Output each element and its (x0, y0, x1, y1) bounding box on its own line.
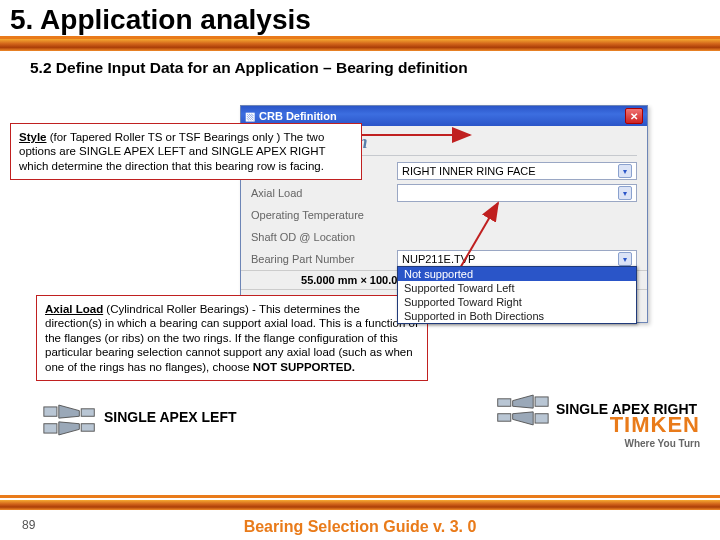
callout-emphasis: NOT SUPPORTED. (253, 361, 355, 373)
dropdown-option[interactable]: Supported in Both Directions (398, 309, 636, 323)
chevron-down-icon[interactable]: ▾ (618, 252, 632, 266)
chevron-down-icon[interactable]: ▾ (618, 186, 632, 200)
svg-rect-2 (44, 407, 57, 416)
combo-value: NUP211E.TVP (402, 253, 475, 265)
callout-term: Axial Load (45, 303, 103, 315)
callout-axial-load: Axial Load (Cylindrical Roller Bearings)… (36, 295, 428, 381)
svg-marker-5 (59, 422, 80, 435)
combo-value: RIGHT INNER RING FACE (402, 165, 536, 177)
svg-rect-9 (535, 414, 548, 423)
close-icon[interactable]: ✕ (625, 108, 643, 124)
window-icon: ▧ (245, 110, 255, 123)
dropdown-option[interactable]: Supported Toward Left (398, 281, 636, 295)
chevron-down-icon[interactable]: ▾ (618, 164, 632, 178)
svg-rect-3 (44, 424, 57, 433)
svg-marker-11 (513, 412, 534, 425)
field-label: Operating Temperature (251, 209, 391, 221)
axial-load-dropdown: Not supported Supported Toward Left Supp… (397, 266, 637, 324)
field-axial-load: Axial Load ▾ Not supported Supported Tow… (241, 182, 647, 204)
svg-marker-10 (513, 395, 534, 408)
svg-rect-8 (535, 397, 548, 406)
field-label: Shaft OD @ Location (251, 231, 391, 243)
callout-style: Style (for Tapered Roller TS or TSF Bear… (10, 123, 362, 180)
dropdown-option[interactable]: Supported Toward Right (398, 295, 636, 309)
callout-term: Style (19, 131, 47, 143)
shaft-od-value (397, 228, 637, 246)
slide-footer: TIMKEN Where You Turn 89 Bearing Selecti… (0, 460, 720, 540)
field-label: Bearing Part Number (251, 253, 391, 265)
window-title: CRB Definition (259, 110, 337, 122)
location-reference-combo[interactable]: RIGHT INNER RING FACE ▾ (397, 162, 637, 180)
section-subheading: 5.2 Define Input Data for an Application… (0, 51, 720, 83)
axial-load-combo[interactable]: ▾ (397, 184, 637, 202)
svg-rect-12 (498, 399, 511, 406)
operating-temperature-value (397, 206, 637, 224)
slide-title: 5. Application analysis (0, 0, 720, 39)
title-divider (0, 39, 720, 51)
content-area: ▧ CRB Definition ✕ CRB Definition ection… (0, 83, 720, 453)
svg-marker-4 (59, 405, 80, 418)
footer-strip (0, 500, 720, 510)
svg-rect-6 (81, 409, 94, 416)
dropdown-option[interactable]: Not supported (398, 267, 636, 281)
brand-name: TIMKEN (610, 412, 700, 438)
brand-logo: TIMKEN Where You Turn (610, 412, 700, 449)
svg-rect-13 (498, 414, 511, 421)
single-apex-left-icon (42, 401, 98, 439)
brand-tagline: Where You Turn (610, 438, 700, 449)
single-apex-right-icon (494, 391, 550, 429)
svg-rect-7 (81, 424, 94, 431)
callout-text: (for Tapered Roller TS or TSF Bearings o… (19, 131, 325, 172)
field-label: Axial Load (251, 187, 391, 199)
field-shaft-od: Shaft OD @ Location (241, 226, 647, 248)
footer-rule (0, 495, 720, 498)
apex-left-label: SINGLE APEX LEFT (104, 409, 237, 425)
footer-title: Bearing Selection Guide v. 3. 0 (0, 518, 720, 536)
field-operating-temperature: Operating Temperature (241, 204, 647, 226)
